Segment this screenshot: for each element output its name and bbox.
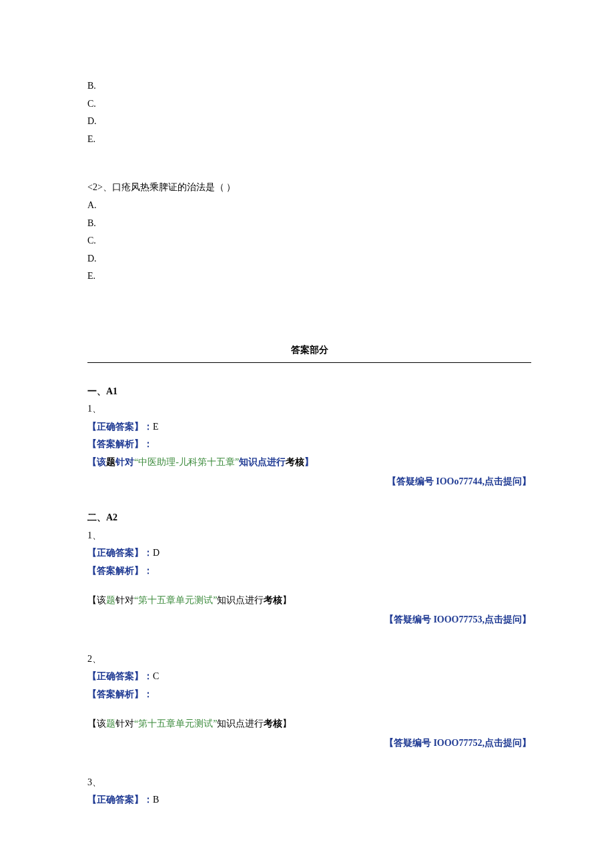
question-2-options: A. B. C. D. E. bbox=[87, 197, 531, 286]
divider bbox=[87, 362, 531, 363]
topic-text: 第十五章单元测试 bbox=[138, 719, 213, 729]
ask-suffix: ,点击提问】 bbox=[483, 614, 532, 624]
option-b: B. bbox=[87, 215, 531, 233]
answer-analysis-line: 【答案解析】： bbox=[87, 436, 531, 454]
topic-bracket-close: 】 bbox=[282, 595, 292, 605]
topic-exam: 考核 bbox=[264, 719, 282, 729]
ask-question-link[interactable]: 【答疑编号 IOOO77753,点击提问】 bbox=[87, 611, 531, 629]
answer-sections: 一、A1 1、 【正确答案】：E 【答案解析】： 【该题针对“中医助理-儿科第十… bbox=[87, 383, 531, 809]
topic-knowledge: 知识点进行 bbox=[217, 719, 264, 729]
ask-question-link[interactable]: 【答疑编号 IOOo77744,点击提问】 bbox=[87, 473, 531, 491]
topic-bracket-close: 】 bbox=[282, 719, 292, 729]
topic-text: 中医助理-儿科第十五章 bbox=[138, 457, 235, 467]
option-e: E. bbox=[87, 131, 531, 149]
ask-code: IOOO77752 bbox=[433, 738, 482, 748]
spacer bbox=[87, 638, 531, 650]
answer-item-number: 1、 bbox=[87, 527, 531, 545]
topic-exam: 考核 bbox=[264, 595, 282, 605]
section-title: 一、A1 bbox=[87, 383, 531, 401]
correct-answer-line: 【正确答案】：E bbox=[87, 418, 531, 436]
section-a1: 一、A1 1、 【正确答案】：E 【答案解析】： 【该题针对“中医助理-儿科第十… bbox=[87, 383, 531, 491]
answer-analysis-line: 【答案解析】： bbox=[87, 562, 531, 580]
ask-suffix: ,点击提问】 bbox=[483, 476, 532, 486]
correct-answer-label: 【正确答案】： bbox=[87, 548, 153, 558]
answer-section-title: 答案部分 bbox=[87, 342, 531, 362]
spacer bbox=[87, 580, 531, 592]
topic-word-zhendui: 针对 bbox=[115, 595, 134, 605]
topic-line: 【该题针对“第十五章单元测试”知识点进行考核】 bbox=[87, 715, 531, 733]
topic-text: 第十五章单元测试 bbox=[138, 595, 213, 605]
topic-word-zhendui: 针对 bbox=[115, 457, 134, 467]
section-title: 二、A2 bbox=[87, 509, 531, 527]
question-2: <2>、口疮风热乘脾证的治法是（ ） A. B. C. D. E. bbox=[87, 179, 531, 286]
answer-analysis-label: 【答案解析】： bbox=[87, 566, 153, 576]
topic-bracket-open: 【该 bbox=[87, 719, 106, 729]
answer-item-number: 3、 bbox=[87, 774, 531, 792]
correct-answer-value: E bbox=[153, 422, 159, 432]
ask-prefix: 【答疑编号 bbox=[384, 738, 434, 748]
answer-analysis-line: 【答案解析】： bbox=[87, 686, 531, 704]
ask-code: IOOO77753 bbox=[433, 614, 482, 624]
answer-analysis-label: 【答案解析】： bbox=[87, 689, 153, 699]
topic-bracket-open: 【该 bbox=[87, 595, 106, 605]
answer-item-number: 1、 bbox=[87, 400, 531, 418]
correct-answer-value: B bbox=[153, 795, 159, 805]
option-a: A. bbox=[87, 197, 531, 215]
correct-answer-value: C bbox=[153, 671, 159, 681]
topic-exam: 考核 bbox=[286, 457, 304, 467]
answer-item-number: 2、 bbox=[87, 650, 531, 669]
option-c: C. bbox=[87, 232, 531, 250]
topic-word-ti: 题 bbox=[106, 719, 115, 729]
topic-word-ti: 题 bbox=[106, 595, 115, 605]
ask-code: IOOo77744 bbox=[436, 476, 482, 486]
ask-prefix: 【答疑编号 bbox=[387, 476, 436, 486]
correct-answer-line: 【正确答案】：B bbox=[87, 791, 531, 809]
correct-answer-label: 【正确答案】： bbox=[87, 422, 153, 432]
topic-bracket-close: 】 bbox=[304, 457, 314, 467]
spacer bbox=[87, 703, 531, 715]
topic-word-ti: 题 bbox=[106, 457, 115, 467]
question-1-options: B. C. D. E. bbox=[87, 77, 531, 148]
correct-answer-label: 【正确答案】： bbox=[87, 795, 153, 805]
option-e: E. bbox=[87, 268, 531, 286]
topic-knowledge: 知识点进行 bbox=[239, 457, 286, 467]
topic-knowledge: 知识点进行 bbox=[217, 595, 264, 605]
topic-line: 【该题针对“第十五章单元测试”知识点进行考核】 bbox=[87, 592, 531, 610]
option-d: D. bbox=[87, 113, 531, 131]
document-page: B. C. D. E. <2>、口疮风热乘脾证的治法是（ ） A. B. C. … bbox=[0, 0, 614, 809]
spacer bbox=[87, 762, 531, 774]
answer-section-header: 答案部分 bbox=[87, 342, 531, 363]
correct-answer-line: 【正确答案】：C bbox=[87, 668, 531, 686]
topic-line: 【该题针对“中医助理-儿科第十五章”知识点进行考核】 bbox=[87, 454, 531, 472]
option-d: D. bbox=[87, 250, 531, 268]
correct-answer-label: 【正确答案】： bbox=[87, 671, 153, 681]
option-b: B. bbox=[87, 77, 531, 95]
question-2-prompt: <2>、口疮风热乘脾证的治法是（ ） bbox=[87, 179, 531, 197]
section-a2: 二、A2 1、 【正确答案】：D 【答案解析】： 【该题针对“第十五章单元测试”… bbox=[87, 509, 531, 809]
topic-bracket-open: 【该 bbox=[87, 457, 106, 467]
ask-suffix: ,点击提问】 bbox=[483, 738, 532, 748]
correct-answer-line: 【正确答案】：D bbox=[87, 544, 531, 562]
answer-analysis-label: 【答案解析】： bbox=[87, 439, 153, 449]
ask-prefix: 【答疑编号 bbox=[384, 614, 434, 624]
option-c: C. bbox=[87, 95, 531, 113]
ask-question-link[interactable]: 【答疑编号 IOOO77752,点击提问】 bbox=[87, 735, 531, 753]
correct-answer-value: D bbox=[153, 548, 160, 558]
topic-word-zhendui: 针对 bbox=[115, 719, 134, 729]
